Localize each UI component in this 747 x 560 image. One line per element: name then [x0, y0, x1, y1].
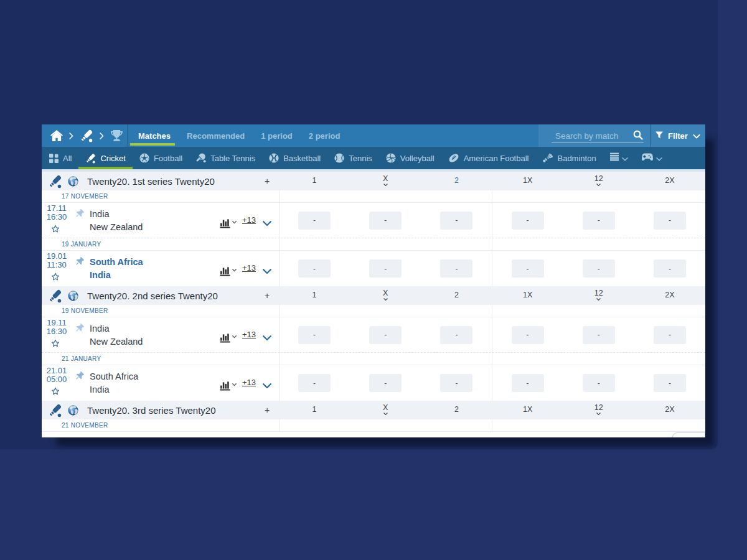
odds-column-header[interactable]: 12 — [594, 289, 603, 301]
favorite-star-icon[interactable] — [51, 225, 60, 236]
expand-league-button[interactable]: + — [260, 176, 275, 186]
odds-cell[interactable]: - — [512, 326, 544, 344]
odds-column-header[interactable]: 2X — [665, 291, 674, 299]
team-names[interactable]: South AfricaIndia — [90, 370, 138, 396]
pin-icon[interactable] — [74, 208, 85, 222]
odds-cell[interactable]: - — [298, 326, 331, 344]
sport-tab-american-football[interactable]: American Football — [441, 147, 536, 169]
odds-column-header[interactable]: 1X — [523, 405, 532, 414]
statistics-icon[interactable] — [220, 378, 237, 391]
favorite-star-icon[interactable] — [51, 339, 60, 350]
more-markets-link[interactable]: +13 — [242, 263, 256, 273]
odds-cell[interactable]: - — [298, 374, 331, 392]
odds-column-header[interactable]: 1X — [523, 291, 532, 299]
search-icon[interactable] — [633, 130, 643, 142]
more-markets-link[interactable]: +13 — [242, 215, 256, 225]
home-icon[interactable] — [50, 130, 63, 141]
statistics-icon[interactable] — [220, 215, 237, 228]
team-names[interactable]: IndiaNew Zealand — [90, 322, 143, 348]
tab-recommended[interactable]: Recommended — [179, 124, 253, 147]
sport-tab-basketball[interactable]: Basketball — [262, 147, 327, 169]
statistics-icon[interactable] — [220, 263, 237, 276]
games-menu[interactable] — [635, 147, 669, 169]
sport-tab-volleyball[interactable]: Volleyball — [379, 147, 441, 169]
more-markets-link[interactable]: +13 — [242, 378, 256, 387]
odds-cell[interactable]: - — [583, 374, 615, 392]
odds-cell[interactable]: - — [583, 326, 615, 344]
tab-matches[interactable]: Matches — [130, 124, 179, 147]
odds-column-header[interactable]: 1X — [523, 176, 532, 185]
match-row[interactable]: 21.0105:00South AfricaIndia+13------ — [42, 365, 705, 401]
expand-match-icon[interactable] — [263, 266, 271, 277]
odds-cell[interactable]: - — [440, 326, 472, 344]
odds-cell[interactable]: - — [512, 374, 544, 392]
filter-button[interactable]: Filter — [651, 124, 705, 147]
match-row[interactable]: 17.1116:30IndiaNew Zealand+13------ — [42, 203, 705, 238]
trophy-icon[interactable] — [110, 130, 123, 142]
league-header[interactable]: Twenty20. 1st series Twenty20+1X21X122X — [42, 172, 705, 190]
odds-cell[interactable]: - — [440, 259, 472, 278]
search-input[interactable]: Search by match — [538, 124, 650, 147]
odds-column-header[interactable]: X — [383, 403, 388, 416]
expand-match-icon[interactable] — [263, 332, 271, 343]
pin-icon[interactable] — [74, 323, 85, 336]
odds-cell[interactable]: - — [298, 259, 331, 278]
odds-cell[interactable]: - — [583, 212, 615, 230]
scroll-widget[interactable] — [672, 432, 705, 437]
pin-icon[interactable] — [74, 371, 85, 384]
odds-cell[interactable]: - — [440, 374, 472, 392]
match-row[interactable]: 19.1116:30IndiaNew Zealand+13------ — [42, 317, 705, 353]
expand-match-icon[interactable] — [263, 380, 271, 391]
odds-column-header[interactable]: 2 — [454, 405, 459, 414]
match-row[interactable]: 19.0111:30South AfricaIndia+13------ — [42, 251, 705, 286]
odds-cell[interactable]: - — [654, 212, 686, 230]
odds-cell[interactable]: - — [369, 374, 402, 392]
odds-column-header[interactable]: 12 — [594, 174, 603, 187]
tab-1-period[interactable]: 1 period — [253, 124, 301, 147]
sport-tab-badminton[interactable]: Badminton — [535, 147, 603, 169]
odds-cell[interactable]: - — [512, 212, 544, 230]
sport-tab-table-tennis[interactable]: Table Tennis — [189, 147, 262, 169]
favorite-star-icon[interactable] — [51, 273, 60, 284]
odds-column-header[interactable]: 2 — [454, 176, 459, 185]
odds-column-header[interactable]: 1 — [312, 176, 317, 185]
odds-cell[interactable]: - — [654, 259, 686, 278]
more-sports-menu[interactable] — [603, 147, 635, 169]
odds-cell[interactable]: - — [369, 259, 402, 278]
expand-league-button[interactable]: + — [260, 405, 275, 415]
volleyball-icon — [386, 153, 396, 163]
odds-column-header[interactable]: 1 — [312, 405, 317, 414]
pin-icon[interactable] — [74, 256, 85, 269]
odds-cell[interactable]: - — [440, 212, 472, 230]
team-names[interactable]: South AfricaIndia — [90, 256, 143, 282]
odds-column-header[interactable]: 1 — [312, 291, 317, 299]
odds-cell[interactable]: - — [369, 326, 402, 344]
odds-column-header[interactable]: 2X — [665, 176, 674, 185]
league-header[interactable]: Twenty20. 2nd series Twenty20+1X21X122X — [42, 286, 705, 305]
tab-2-period[interactable]: 2 period — [301, 124, 349, 147]
expand-match-icon[interactable] — [263, 218, 271, 229]
sport-tab-cricket[interactable]: Cricket — [78, 147, 132, 169]
sport-tab-tennis[interactable]: Tennis — [327, 147, 379, 169]
cricket-icon[interactable] — [80, 129, 93, 142]
more-markets-link[interactable]: +13 — [242, 330, 256, 339]
odds-cell[interactable]: - — [654, 326, 686, 344]
odds-cell[interactable]: - — [298, 212, 331, 230]
odds-column-header[interactable]: 2X — [665, 405, 674, 414]
favorite-star-icon[interactable] — [51, 387, 60, 398]
betting-panel: MatchesRecommended1 period2 period Searc… — [42, 124, 705, 437]
odds-cell[interactable]: - — [512, 259, 544, 278]
team-names[interactable]: IndiaNew Zealand — [90, 208, 143, 234]
odds-column-header[interactable]: X — [383, 289, 388, 301]
sport-tab-grid[interactable]: All — [42, 147, 78, 169]
expand-league-button[interactable]: + — [260, 291, 275, 301]
odds-column-header[interactable]: 12 — [594, 403, 603, 416]
sport-tab-football[interactable]: Football — [133, 147, 189, 169]
odds-column-header[interactable]: 2 — [454, 291, 459, 299]
odds-cell[interactable]: - — [654, 374, 686, 392]
odds-cell[interactable]: - — [369, 212, 402, 230]
statistics-icon[interactable] — [220, 330, 237, 343]
odds-column-header[interactable]: X — [383, 174, 388, 187]
league-header[interactable]: Twenty20. 3rd series Twenty20+1X21X122X — [42, 401, 705, 419]
odds-cell[interactable]: - — [583, 259, 615, 278]
